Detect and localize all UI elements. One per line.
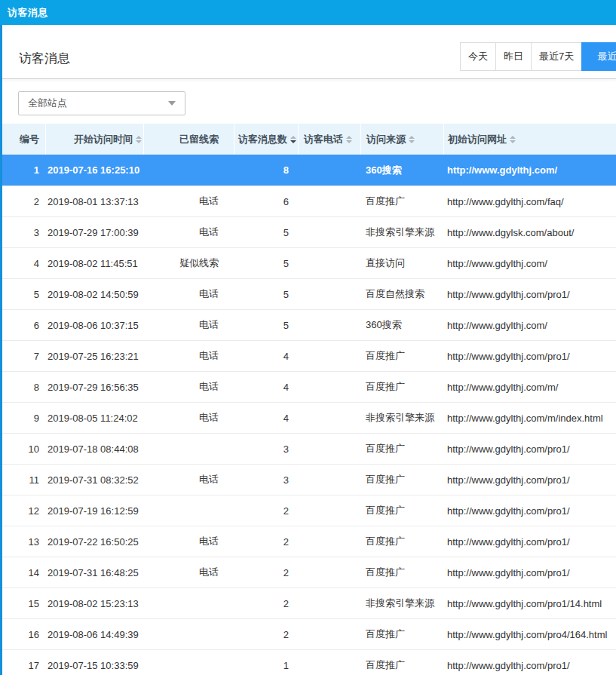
- cell-source: 百度自然搜索: [360, 279, 443, 310]
- cell-start_time: 2019-08-02 14:50:59: [45, 279, 143, 310]
- range-button-2[interactable]: 最近7天: [531, 42, 582, 71]
- sort-icon[interactable]: [409, 136, 415, 143]
- sort-icon[interactable]: [290, 136, 296, 143]
- cell-clue: [143, 588, 234, 619]
- table-body: 12019-07-16 16:25:108360搜索http://www.gdy…: [0, 155, 616, 675]
- cell-url: http://www.gdylthj.com/: [443, 248, 616, 279]
- cell-no: 12: [0, 496, 45, 526]
- visitor-messages-table: 编号开始访问时间已留线索访客消息数访客电话访问来源初始访问网址 12019-07…: [0, 124, 616, 675]
- column-label: 开始访问时间: [74, 133, 133, 146]
- cell-no: 3: [0, 217, 45, 248]
- cell-source: 百度推广: [360, 496, 443, 526]
- column-header-source[interactable]: 访问来源: [360, 124, 443, 155]
- window-left-accent-stripe: [0, 25, 2, 675]
- cell-msg_count: 3: [234, 465, 298, 496]
- cell-msg_count: 2: [234, 557, 298, 588]
- range-button-3[interactable]: 最近30天: [581, 42, 616, 71]
- cell-clue: [143, 619, 234, 650]
- cell-source: 直接访问: [360, 248, 443, 279]
- cell-clue: 电话: [143, 186, 234, 217]
- table-row[interactable]: 52019-08-02 14:50:59电话5百度自然搜索http://www.…: [0, 278, 616, 309]
- cell-clue: [143, 650, 234, 675]
- cell-url: http://www.gdylthj.com/pro1/: [443, 465, 616, 496]
- cell-msg_count: 5: [234, 217, 298, 248]
- cell-source: 百度推广: [360, 372, 443, 403]
- sort-icon[interactable]: [136, 136, 142, 143]
- cell-no: 17: [0, 650, 45, 675]
- table-row[interactable]: 92019-08-05 11:24:02电话4非搜索引擎来源http://www…: [0, 402, 616, 433]
- top-title-bar: 访客消息: [0, 0, 616, 25]
- page-title: 访客消息: [19, 50, 70, 67]
- cell-start_time: 2019-07-25 16:23:21: [45, 341, 143, 372]
- cell-msg_count: 5: [234, 279, 298, 310]
- cell-clue: [143, 496, 234, 526]
- table-row[interactable]: 12019-07-16 16:25:108360搜索http://www.gdy…: [0, 155, 616, 186]
- cell-no: 16: [0, 619, 45, 650]
- table-row[interactable]: 22019-08-01 13:37:13电话6百度推广http://www.gd…: [0, 186, 616, 216]
- cell-msg_count: 5: [234, 248, 298, 279]
- table-row[interactable]: 162019-08-06 14:49:392百度推广http://www.gdy…: [0, 618, 616, 649]
- table-row[interactable]: 62019-08-06 10:37:15电话5360搜索http://www.g…: [0, 309, 616, 340]
- column-header-start_time[interactable]: 开始访问时间: [45, 124, 143, 155]
- range-button-1[interactable]: 昨日: [495, 42, 532, 71]
- column-header-phone[interactable]: 访客电话: [298, 124, 360, 155]
- table-row[interactable]: 112019-07-31 08:32:52电话3百度推广http://www.g…: [0, 464, 616, 495]
- cell-msg_count: 2: [234, 526, 298, 557]
- cell-clue: 电话: [143, 372, 234, 403]
- cell-msg_count: 2: [234, 588, 298, 619]
- cell-no: 15: [0, 588, 45, 619]
- sort-icon[interactable]: [510, 136, 516, 143]
- cell-phone: [298, 434, 360, 465]
- table-row[interactable]: 32019-07-29 17:00:39电话5非搜索引擎来源http://www…: [0, 216, 616, 247]
- cell-start_time: 2019-08-02 15:23:13: [45, 588, 143, 619]
- cell-phone: [298, 403, 360, 434]
- cell-no: 2: [0, 186, 45, 217]
- table-row[interactable]: 172019-07-15 10:33:591百度推广http://www.gdy…: [0, 649, 616, 675]
- column-header-msg_count[interactable]: 访客消息数: [234, 124, 298, 155]
- cell-url: http://www.gdylthj.com/m/index.html: [443, 403, 616, 434]
- table-row[interactable]: 102019-07-18 08:44:083百度推广http://www.gdy…: [0, 433, 616, 464]
- cell-url: http://www.gdylthj.com/faq/: [443, 186, 616, 217]
- table-row[interactable]: 42019-08-02 11:45:51疑似线索5直接访问http://www.…: [0, 247, 616, 278]
- cell-source: 非搜索引擎来源: [360, 403, 443, 434]
- table-row[interactable]: 82019-07-29 16:56:35电话4百度推广http://www.gd…: [0, 371, 616, 402]
- table-row[interactable]: 152019-08-02 15:23:132非搜索引擎来源http://www.…: [0, 588, 616, 618]
- cell-source: 360搜索: [360, 155, 443, 186]
- cell-url: http://www.gdylthj.com/pro1/: [443, 496, 616, 526]
- cell-url: http://www.gdylthj.com/pro1/: [443, 526, 616, 557]
- table-row[interactable]: 142019-07-31 16:48:25电话2百度推广http://www.g…: [0, 557, 616, 588]
- cell-phone: [298, 496, 360, 526]
- cell-msg_count: 6: [234, 186, 298, 217]
- cell-msg_count: 2: [234, 496, 298, 526]
- cell-phone: [298, 619, 360, 650]
- cell-url: http://www.gdylthj.com/pro4/164.html: [443, 619, 616, 650]
- header-divider: [0, 78, 616, 79]
- column-label: 初始访问网址: [448, 133, 507, 146]
- sort-icon[interactable]: [346, 136, 352, 143]
- column-label: 访客电话: [304, 133, 343, 146]
- cell-source: 非搜索引擎来源: [360, 588, 443, 619]
- cell-source: 百度推广: [360, 186, 443, 217]
- table-row[interactable]: 122019-07-19 16:12:592百度推广http://www.gdy…: [0, 495, 616, 526]
- cell-msg_count: 4: [234, 372, 298, 403]
- site-select-dropdown[interactable]: 全部站点: [18, 91, 185, 115]
- cell-phone: [298, 279, 360, 310]
- cell-phone: [298, 526, 360, 557]
- cell-url: http://www.gdylthj.com/m/: [443, 372, 616, 403]
- window-title: 访客消息: [8, 6, 48, 20]
- cell-clue: 疑似线索: [143, 248, 234, 279]
- cell-clue: 电话: [143, 341, 234, 372]
- cell-clue: [143, 155, 234, 186]
- table-row[interactable]: 72019-07-25 16:23:21电话4百度推广http://www.gd…: [0, 340, 616, 371]
- cell-source: 百度推广: [360, 526, 443, 557]
- cell-msg_count: 3: [234, 434, 298, 465]
- cell-phone: [298, 557, 360, 588]
- cell-url: http://www.gdylthj.com/: [443, 155, 616, 186]
- cell-url: http://www.gdylthj.com/: [443, 310, 616, 341]
- range-button-0[interactable]: 今天: [460, 42, 496, 71]
- cell-phone: [298, 650, 360, 675]
- cell-phone: [298, 341, 360, 372]
- table-row[interactable]: 132019-07-22 16:50:25电话2百度推广http://www.g…: [0, 526, 616, 557]
- column-header-url[interactable]: 初始访问网址: [443, 124, 616, 155]
- column-label: 访问来源: [366, 133, 406, 146]
